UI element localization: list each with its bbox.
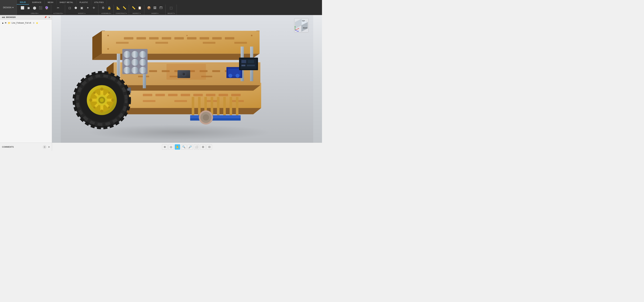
tree-eye-icon[interactable]: 👁: [5, 22, 7, 24]
svg-rect-28: [149, 37, 158, 39]
svg-rect-34: [225, 37, 234, 39]
tab-solid[interactable]: SOLID: [17, 0, 29, 4]
svg-point-41: [107, 48, 109, 50]
main-canvas[interactable]: TOP RIGHT: [52, 15, 322, 143]
tool-group-arrow-create[interactable]: ▾: [38, 13, 38, 14]
browser-collapse[interactable]: ◀◀: [2, 16, 5, 18]
svg-point-65: [139, 59, 146, 66]
svg-rect-5: [180, 94, 190, 96]
svg-point-43: [186, 35, 188, 36]
tool-btn-inspect-1[interactable]: 📋: [137, 5, 142, 10]
tool-btn-assemble-0[interactable]: ⚙: [100, 5, 106, 10]
svg-rect-58: [190, 118, 241, 121]
svg-rect-37: [203, 42, 215, 44]
bottom-tool-display[interactable]: ⬜: [194, 144, 199, 150]
tool-group-arrow-inspect[interactable]: ▾: [140, 13, 141, 14]
browser-tree: ▶ 👁 📁 Line_Follower_Full v6 ⚙ ⭐: [0, 19, 52, 26]
bottom-tool-pan[interactable]: ✋: [175, 144, 180, 150]
left-panel: ◀◀ BROWSER 📌 ▶ ▶ 👁 📁 Line_Follower_Full …: [0, 15, 52, 143]
svg-rect-49: [192, 97, 194, 116]
tool-btn-inspect-0[interactable]: 📏: [131, 5, 136, 10]
tool-btn-modify-1[interactable]: ⬟: [73, 5, 78, 10]
browser-panel-toggle[interactable]: ▶: [49, 16, 50, 18]
svg-rect-10: [143, 100, 156, 102]
tool-btn-construct-1[interactable]: 📏: [122, 5, 127, 10]
svg-point-102: [93, 91, 96, 94]
bottom-tool-orbit[interactable]: ⊕: [162, 144, 167, 150]
svg-rect-30: [174, 37, 184, 39]
tool-btn-select-0[interactable]: ⬚: [168, 5, 174, 10]
tool-group-select: ⬚SELECT▾: [166, 4, 177, 15]
tree-item-label: Line_Follower_Full v6: [12, 22, 31, 24]
svg-point-67: [132, 67, 138, 74]
svg-rect-6: [193, 94, 203, 96]
bottom-tool-zoom_drop[interactable]: 🔎: [188, 144, 193, 150]
tool-btn-insert-0[interactable]: 📦: [146, 5, 152, 10]
svg-rect-4: [168, 94, 178, 96]
tabs-area: SOLIDSURFACEMESHSHEET METALPLASTICUTILIT…: [17, 0, 322, 15]
svg-point-101: [111, 99, 114, 102]
robot-viewport[interactable]: TOP RIGHT: [52, 15, 322, 143]
svg-point-1: [88, 125, 270, 140]
tool-btn-modify-2[interactable]: ▣: [79, 5, 84, 10]
design-button[interactable]: DESIGN ▾: [0, 0, 17, 15]
svg-point-78: [236, 74, 240, 78]
tool-btn-assemble-1[interactable]: 🔒: [106, 5, 112, 10]
tool-group-inspect: 📏📋INSPECT▾: [129, 4, 144, 15]
tool-groups-container: ⬜◼⬤⬛🔮CREATE▾✂AUTOMATE▾◻⬟▣✦✛MODIFY▾⚙🔒ASSE…: [17, 4, 322, 15]
tree-star-icon[interactable]: ⭐: [36, 22, 38, 24]
tab-utilities[interactable]: UTILITIES: [91, 0, 107, 4]
tool-group-arrow-automate[interactable]: ▾: [62, 13, 63, 14]
tab-sheet_metal[interactable]: SHEET METAL: [56, 0, 76, 4]
svg-point-39: [107, 35, 109, 36]
svg-rect-11: [174, 100, 187, 102]
svg-point-105: [93, 106, 96, 109]
svg-rect-15: [149, 70, 157, 72]
tool-btn-automate-0[interactable]: ✂: [56, 5, 61, 10]
tool-group-arrow-select[interactable]: ▾: [174, 13, 175, 14]
bottom-tool-more[interactable]: ⊟: [206, 144, 212, 150]
bottom-bar: COMMENTS + ▶ ⊕◎✋🔍🔎⬜⊞⊟: [0, 143, 322, 151]
tree-expand-icon[interactable]: ▶: [2, 22, 4, 24]
tool-group-automate: ✂AUTOMATE▾: [52, 4, 65, 15]
tool-group-label-modify: MODIFY: [78, 12, 84, 14]
tool-btn-create-4[interactable]: 🔮: [44, 5, 49, 10]
tool-btn-create-0[interactable]: ⬜: [20, 5, 25, 10]
tree-file-icon: 📁: [8, 22, 10, 24]
browser-pin[interactable]: 📌: [44, 16, 47, 18]
svg-point-62: [139, 51, 146, 58]
tool-btn-modify-4[interactable]: ✛: [91, 5, 96, 10]
svg-rect-55: [230, 97, 232, 116]
tree-settings-icon[interactable]: ⚙: [33, 22, 34, 24]
tool-btn-create-1[interactable]: ◼: [26, 5, 31, 10]
tool-group-arrow-assemble[interactable]: ▾: [110, 13, 111, 14]
tree-item-root[interactable]: ▶ 👁 📁 Line_Follower_Full v6 ⚙ ⭐: [1, 21, 50, 25]
bottom-tool-grid[interactable]: ⊞: [200, 144, 206, 150]
bottom-tool-zoom[interactable]: 🔍: [181, 144, 186, 150]
tab-surface[interactable]: SURFACE: [29, 0, 44, 4]
svg-point-104: [108, 91, 110, 94]
bottom-tool-look_at[interactable]: ◎: [168, 144, 174, 150]
tool-btn-construct-0[interactable]: 📐: [116, 5, 121, 10]
comments-panel-arrow[interactable]: ▶: [48, 146, 50, 148]
tab-plastic[interactable]: PLASTIC: [76, 0, 91, 4]
tab-mesh[interactable]: MESH: [44, 0, 56, 4]
tool-btn-insert-2[interactable]: 🗔: [158, 5, 164, 10]
tool-btn-modify-0[interactable]: ◻: [67, 5, 72, 10]
svg-point-98: [100, 88, 104, 91]
svg-rect-26: [124, 37, 133, 39]
tab-row: SOLIDSURFACEMESHSHEET METALPLASTICUTILIT…: [17, 0, 322, 4]
tool-group-insert: 📦🖼🗔INSERT▾: [144, 4, 166, 15]
bottom-tools: ⊕◎✋🔍🔎⬜⊞⊟: [52, 144, 322, 150]
tool-group-arrow-construct[interactable]: ▾: [126, 13, 127, 14]
tool-group-assemble: ⚙🔒ASSEMBLE▾: [99, 4, 114, 15]
tool-btn-create-2[interactable]: ⬤: [32, 5, 37, 10]
tool-group-arrow-modify[interactable]: ▾: [85, 13, 86, 14]
tool-group-construct: 📐📏CONSTRUCT▾: [114, 4, 129, 15]
tool-group-arrow-insert[interactable]: ▾: [158, 13, 158, 14]
tool-btn-create-3[interactable]: ⬛: [38, 5, 43, 10]
comments-plus-btn[interactable]: +: [43, 145, 46, 149]
svg-rect-9: [231, 94, 240, 96]
tool-btn-insert-1[interactable]: 🖼: [152, 5, 158, 10]
tool-btn-modify-3[interactable]: ✦: [85, 5, 90, 10]
